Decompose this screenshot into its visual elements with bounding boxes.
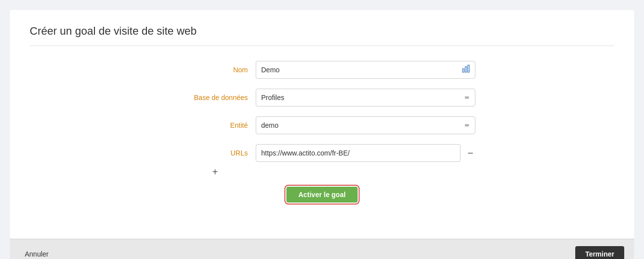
nom-label: Nom [169,66,248,74]
urls-label: URLs [169,149,248,157]
activate-row: Activer le goal [169,187,475,203]
entite-label: Entité [169,121,248,129]
add-url-button[interactable]: + [212,167,218,177]
cancel-button[interactable]: Annuler [20,247,53,259]
plus-row: + [212,167,519,177]
form-area: Nom Base de données Profiles [30,56,614,212]
entite-select[interactable]: demo [256,116,475,134]
main-card: Créer un goal de visite de site web Nom [10,10,634,239]
finish-button[interactable]: Terminer [575,246,624,259]
activate-goal-button[interactable]: Activer le goal [286,187,358,203]
remove-url-button[interactable]: − [465,148,475,158]
nom-input[interactable] [256,61,475,79]
base-row: Base de données Profiles [169,89,475,106]
page-wrapper: Créer un goal de visite de site web Nom [10,10,634,259]
nom-input-wrapper [256,61,475,79]
url-input[interactable] [256,144,460,162]
page-title: Créer un goal de visite de site web [30,25,614,46]
urls-row: URLs − [169,144,475,162]
footer-bar: Annuler Terminer [10,239,634,259]
entite-row: Entité demo [169,116,475,134]
base-label: Base de données [169,94,248,102]
base-select[interactable]: Profiles [256,89,475,106]
nom-row: Nom [169,61,475,79]
